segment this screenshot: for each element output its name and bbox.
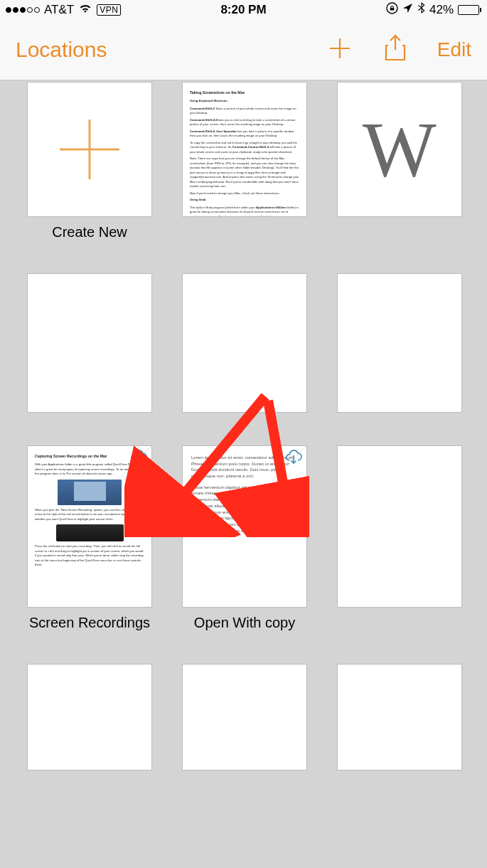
create-new-label: Create New <box>52 224 127 240</box>
screen-recordings-thumb[interactable]: Capturing Screen Recordings on the Mac W… <box>27 445 152 608</box>
document-thumb-blank[interactable] <box>27 664 152 771</box>
document-thumb-blank[interactable] <box>27 273 152 413</box>
document-cell[interactable] <box>27 273 152 413</box>
edit-button[interactable]: Edit <box>437 38 471 61</box>
orientation-lock-icon <box>386 2 398 18</box>
document-thumb-1[interactable]: Taking Screenshots on the Mac Using Keyb… <box>182 82 307 217</box>
bluetooth-icon <box>417 1 425 18</box>
open-with-copy-label: Open With copy <box>194 615 295 631</box>
document-thumb-blank[interactable] <box>337 664 462 771</box>
nav-bar: Locations Edit <box>0 19 487 80</box>
locations-button[interactable]: Locations <box>16 38 107 62</box>
location-icon <box>402 3 413 17</box>
w-letter: W <box>338 83 461 216</box>
document-cell[interactable] <box>182 664 307 771</box>
status-time: 8:20 PM <box>220 3 266 17</box>
document-cell[interactable] <box>182 273 307 413</box>
open-with-copy-thumb[interactable]: Lorem ipsum dolor sit amet, consectetur … <box>182 445 307 608</box>
battery-icon <box>458 5 481 15</box>
document-cell[interactable] <box>27 664 152 771</box>
plus-icon <box>28 83 151 216</box>
create-new-cell[interactable]: Create New <box>27 82 152 240</box>
document-thumb-blank[interactable] <box>337 273 462 413</box>
document-thumb-blank[interactable] <box>337 445 462 608</box>
battery-percent: 42% <box>429 3 454 17</box>
document-thumb-w[interactable]: W <box>337 82 462 217</box>
open-with-copy-cell[interactable]: Lorem ipsum dolor sit amet, consectetur … <box>182 445 307 631</box>
carrier-label: AT&T <box>44 3 74 17</box>
status-bar: AT&T VPN 8:20 PM 42% <box>0 0 487 19</box>
document-cell[interactable] <box>337 664 462 771</box>
cloud-download-icon <box>129 449 149 469</box>
document-thumb-blank[interactable] <box>182 664 307 771</box>
create-new-thumb[interactable] <box>27 82 152 217</box>
vpn-badge: VPN <box>97 4 121 16</box>
wifi-icon <box>78 3 92 17</box>
screen-recordings-label: Screen Recordings <box>29 615 150 631</box>
document-grid: Create New Taking Screenshots on the Mac… <box>0 80 487 771</box>
document-cell[interactable]: W <box>337 82 462 240</box>
share-icon[interactable] <box>383 34 407 65</box>
document-cell[interactable]: Taking Screenshots on the Mac Using Keyb… <box>182 82 307 240</box>
doc-preview: Taking Screenshots on the Mac Using Keyb… <box>183 83 306 217</box>
status-right: 42% <box>386 1 481 18</box>
document-cell[interactable] <box>337 273 462 413</box>
signal-dots-icon <box>6 7 40 13</box>
document-thumb-blank[interactable] <box>182 273 307 413</box>
screen-recordings-cell[interactable]: Capturing Screen Recordings on the Mac W… <box>27 445 152 631</box>
add-icon[interactable] <box>326 35 353 65</box>
cloud-download-icon <box>284 449 304 469</box>
document-cell[interactable] <box>337 445 462 631</box>
status-left: AT&T VPN <box>6 3 121 17</box>
